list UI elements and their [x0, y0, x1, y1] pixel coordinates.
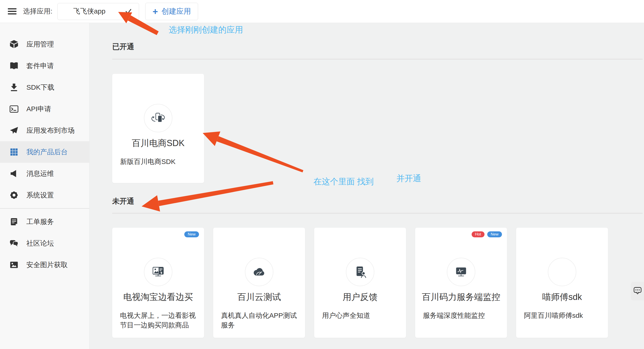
- section-heading-not-activated: 未开通: [112, 196, 134, 206]
- product-card-baichuan-ecommerce-sdk[interactable]: 百川电商SDK 新版百川电商SDK: [112, 74, 204, 183]
- section-divider: [112, 59, 642, 60]
- product-card-tv-taobao[interactable]: New 电视淘宝边看边买 电视大屏上，一边看影视节目一边购买同款商品: [112, 228, 204, 338]
- sidebar-item-label: SDK下载: [26, 83, 54, 92]
- sidebar-item-community-forum[interactable]: 社区论坛: [0, 233, 89, 254]
- card-description: 真机真人自动化APP测试服务: [221, 311, 298, 330]
- sidebar-item-label: 工单服务: [26, 217, 54, 227]
- chat-bubble-icon: [633, 286, 642, 297]
- terminal-icon: [8, 103, 20, 114]
- sidebar-item-label: 应用发布到市场: [26, 126, 74, 135]
- sidebar-item-label: 我的产品后台: [26, 147, 68, 157]
- sidebar-item-publish-to-market[interactable]: 应用发布到市场: [0, 120, 89, 141]
- not-activated-cards-row: New 电视淘宝边看边买 电视大屏上，一边看影视节目一边购买同款商品: [112, 228, 608, 338]
- top-bar: 选择应用: 飞飞侠app + 创建应用: [0, 0, 644, 23]
- select-app-label: 选择应用:: [23, 7, 52, 16]
- feedback-icon: [346, 258, 374, 286]
- hot-badge: Hot: [472, 231, 484, 237]
- sidebar-item-sdk-download[interactable]: SDK下载: [0, 77, 89, 98]
- sidebar-divider: [0, 208, 89, 209]
- product-card-cloud-test[interactable]: 百川云测试 真机真人自动化APP测试服务: [213, 228, 305, 338]
- card-title: 百川云测试: [213, 292, 305, 302]
- sidebar-item-ticket-service[interactable]: 工单服务: [0, 211, 89, 233]
- product-card-user-feedback[interactable]: 用户反馈 用户心声全知道: [314, 228, 406, 338]
- forum-icon: [8, 238, 20, 249]
- card-title: 喵师傅sdk: [516, 292, 608, 302]
- phones-sync-icon: [144, 104, 172, 132]
- chat-widget-tab[interactable]: [631, 282, 644, 300]
- sidebar-item-message-ops[interactable]: 消息运维: [0, 163, 89, 184]
- sidebar: 应用管理 套件申请 SDK下载 API申请 应用发布到市场 我的产品后台 消: [0, 23, 90, 349]
- card-description: 电视大屏上，一边看影视节目一边购买同款商品: [120, 311, 197, 330]
- ticket-icon: [8, 216, 20, 227]
- new-badge: New: [487, 231, 502, 237]
- tv-shopping-icon: [144, 258, 172, 286]
- sidebar-item-secure-image[interactable]: 安全图片获取: [0, 254, 89, 276]
- create-app-button[interactable]: + 创建应用: [145, 3, 198, 20]
- hamburger-menu-icon[interactable]: [8, 7, 16, 16]
- sidebar-item-suite-application[interactable]: 套件申请: [0, 55, 89, 77]
- product-card-miaoshifu-sdk[interactable]: 喵师傅sdk 阿里百川喵师傅sdk: [516, 228, 608, 338]
- cube-icon: [8, 39, 20, 50]
- sidebar-item-label: 安全图片获取: [26, 260, 68, 270]
- arrow-to-card: [203, 131, 304, 172]
- section-heading-activated: 已开通: [112, 42, 134, 52]
- new-badge: New: [184, 231, 199, 237]
- card-title: 用户反馈: [314, 292, 406, 302]
- sidebar-item-label: 应用管理: [26, 40, 54, 49]
- card-description: 阿里百川喵师傅sdk: [524, 311, 601, 320]
- sidebar-item-label: 套件申请: [26, 61, 54, 71]
- app-select-dropdown[interactable]: 飞飞侠app: [58, 3, 139, 20]
- card-description: 服务端深度性能监控: [423, 311, 500, 320]
- download-icon: [8, 82, 20, 93]
- image-icon: [8, 259, 20, 270]
- create-app-label: 创建应用: [162, 6, 191, 16]
- card-title: 百川码力服务端监控: [415, 292, 507, 302]
- annotation-select-created-app: 选择刚刚创建的应用: [169, 24, 243, 35]
- book-icon: [8, 60, 20, 71]
- empty-circle-icon: [548, 258, 576, 286]
- sidebar-item-api-application[interactable]: API申请: [0, 98, 89, 120]
- check-icon: [125, 8, 132, 16]
- app-select-value: 飞飞侠app: [73, 7, 105, 16]
- card-description: 新版百川电商SDK: [120, 157, 197, 166]
- card-title: 百川电商SDK: [112, 138, 204, 148]
- arrow-to-not-activated: [142, 181, 273, 211]
- grid-icon: [8, 147, 20, 158]
- product-card-server-monitoring[interactable]: Hot New 百川码力服务端监控 服务端深度性能监控: [415, 228, 507, 338]
- sidebar-item-app-management[interactable]: 应用管理: [0, 33, 89, 55]
- section-divider: [112, 213, 642, 214]
- sidebar-item-label: API申请: [26, 104, 51, 114]
- sidebar-item-my-product-backend[interactable]: 我的产品后台: [0, 141, 89, 163]
- speaker-icon: [8, 168, 20, 179]
- card-title: 电视淘宝边看边买: [112, 292, 204, 302]
- sidebar-item-label: 社区论坛: [26, 239, 54, 248]
- card-description: 用户心声全知道: [322, 311, 399, 320]
- plus-icon: +: [152, 7, 158, 16]
- sidebar-item-label: 消息运维: [26, 169, 54, 178]
- monitor-pulse-icon: [447, 258, 475, 286]
- annotation-find-here: 在这个里面 找到: [314, 176, 374, 187]
- cloud-test-icon: [245, 258, 273, 286]
- gear-icon: [8, 190, 20, 201]
- sidebar-item-system-settings[interactable]: 系统设置: [0, 184, 89, 206]
- paper-plane-icon: [8, 125, 20, 136]
- activated-cards-row: 百川电商SDK 新版百川电商SDK: [112, 74, 204, 183]
- sidebar-item-label: 系统设置: [26, 191, 54, 200]
- annotation-and-activate: 并开通: [396, 173, 421, 184]
